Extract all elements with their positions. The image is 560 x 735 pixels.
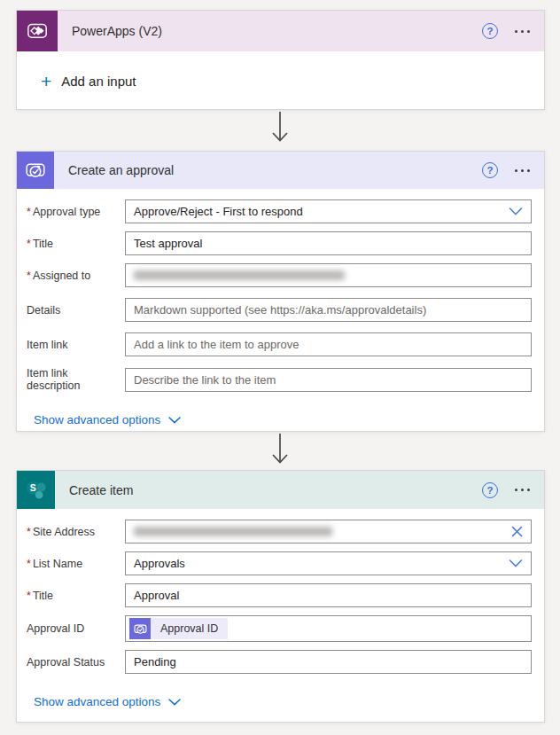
field-row-approval-status: Approval Status (27, 650, 532, 674)
approval-id-token-label: Approval ID (151, 622, 228, 635)
field-row-title: *Title (27, 231, 532, 255)
chevron-down-icon (509, 559, 523, 567)
field-label: *Assigned to (27, 270, 125, 282)
field-row-assigned-to: *Assigned to (27, 263, 532, 287)
ellipsis-menu-icon[interactable] (515, 27, 530, 36)
approval-type-value: Approve/Reject - First to respond (134, 205, 303, 218)
approval-card-header[interactable]: Create an approval ? (17, 152, 544, 189)
field-row-title: *Title (27, 583, 532, 607)
add-an-input-label: Add an input (61, 74, 136, 89)
field-row-item-link: Item link (27, 332, 532, 356)
help-icon[interactable]: ? (482, 23, 498, 39)
plus-icon: + (41, 72, 51, 90)
item-title-input[interactable] (125, 583, 532, 607)
field-label: *Approval type (27, 206, 125, 218)
svg-text:S: S (29, 482, 35, 493)
clear-icon[interactable] (511, 526, 523, 537)
field-label: *Site Address (27, 526, 125, 538)
sharepoint-icon: S (17, 471, 55, 509)
show-advanced-options-link[interactable]: Show advanced options (34, 695, 181, 708)
ellipsis-menu-icon[interactable] (515, 485, 530, 495)
powerapps-icon (17, 11, 58, 51)
details-input[interactable] (125, 298, 532, 322)
create-item-card-header[interactable]: S Create item ? (17, 471, 544, 509)
create-item-card-body: *Site Address *List Name Approvals *Titl… (17, 509, 544, 709)
site-address-input[interactable] (125, 520, 532, 543)
approval-type-dropdown[interactable]: Approve/Reject - First to respond (125, 199, 532, 223)
show-advanced-options-link[interactable]: Show advanced options (34, 413, 181, 426)
field-label: Approval Status (27, 656, 125, 669)
field-row-approval-type: *Approval type Approve/Reject - First to… (27, 199, 532, 223)
field-row-details: Details (27, 298, 532, 322)
approval-id-input[interactable]: Approval ID (125, 615, 532, 642)
connector-arrow (0, 434, 560, 469)
redacted-text (134, 527, 332, 536)
approval-id-token[interactable]: Approval ID (129, 618, 228, 639)
field-row-site-address: *Site Address (27, 520, 532, 543)
help-icon[interactable]: ? (482, 482, 498, 498)
field-row-list-name: *List Name Approvals (27, 551, 532, 575)
action-card-create-approval: Create an approval ? *Approval type Appr… (16, 151, 545, 432)
approval-status-input[interactable] (125, 650, 532, 674)
field-label: Item link (27, 339, 125, 351)
field-label: *Title (27, 238, 125, 250)
field-label: Approval ID (27, 622, 125, 635)
item-link-description-input[interactable] (125, 368, 532, 392)
field-label: Details (27, 304, 125, 317)
approval-card-title: Create an approval (68, 163, 174, 177)
redacted-text (134, 270, 345, 280)
action-card-create-item: S Create item ? *Site Address *List Name… (16, 470, 545, 723)
trigger-card-powerapps: PowerApps (V2) ? + Add an input (16, 10, 545, 110)
trigger-card-title: PowerApps (V2) (72, 24, 162, 38)
approval-card-body: *Approval type Approve/Reject - First to… (17, 189, 544, 427)
chevron-down-icon (168, 699, 181, 706)
approvals-token-icon (129, 618, 151, 639)
assigned-to-input[interactable] (125, 263, 532, 287)
ellipsis-menu-icon[interactable] (515, 166, 530, 176)
list-name-dropdown[interactable]: Approvals (125, 551, 532, 575)
help-icon[interactable]: ? (482, 162, 498, 178)
create-item-card-title: Create item (69, 483, 133, 497)
field-label: *List Name (27, 558, 125, 570)
trigger-card-body: + Add an input (17, 51, 544, 111)
approvals-icon (17, 152, 54, 189)
field-row-item-link-description: Item link description (27, 367, 532, 392)
field-label: *Title (27, 590, 125, 602)
trigger-card-header[interactable]: PowerApps (V2) ? (17, 11, 544, 51)
list-name-value: Approvals (134, 557, 185, 570)
chevron-down-icon (168, 417, 181, 424)
add-an-input-button[interactable]: + Add an input (41, 72, 136, 90)
field-label: Item link description (27, 367, 125, 392)
connector-arrow (0, 112, 560, 147)
item-link-input[interactable] (125, 332, 532, 356)
title-input[interactable] (125, 231, 532, 255)
chevron-down-icon (509, 207, 523, 215)
field-row-approval-id: Approval ID Approval ID (27, 615, 532, 642)
